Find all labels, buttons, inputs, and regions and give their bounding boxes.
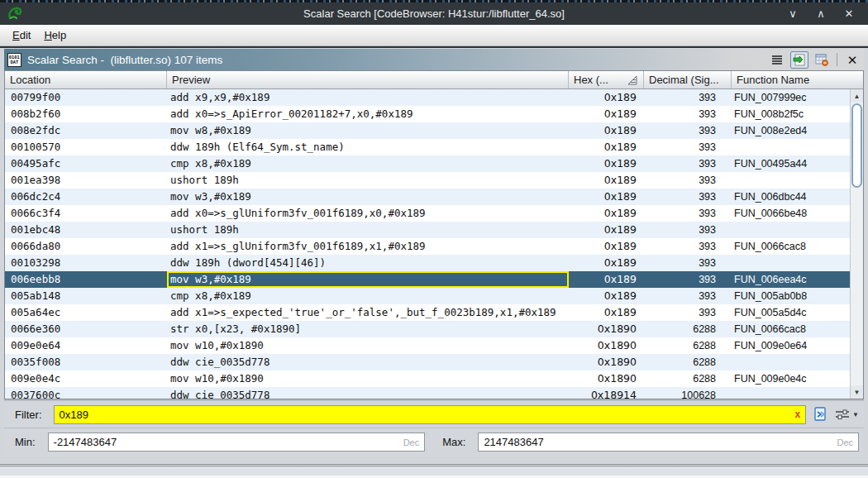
table-row[interactable]: 001ebc48 ushort 189h 0x189 393 (5, 222, 850, 238)
min-label: Min: (15, 436, 36, 448)
table-row[interactable]: 00799f00 add x9,x9,#0x189 0x189 393 FUN_… (5, 89, 850, 106)
cell-location: 001ea398 (5, 172, 167, 189)
min-input[interactable]: -2147483647 Dec (48, 433, 426, 452)
filter-input[interactable]: 0x189 x (54, 405, 807, 424)
table-row[interactable]: 006dc2c4 mov w3,#0x189 0x189 393 FUN_006… (5, 189, 850, 205)
table-row[interactable]: 001ea398 ushort 189h 0x189 393 (5, 172, 850, 189)
cell-function-name: FUN_009e0e64 (732, 337, 850, 354)
cell-function-name (732, 222, 850, 238)
cell-preview: add x1=>s_expected_'true'_or_'false',_bu… (167, 304, 569, 321)
column-header-hex[interactable]: Hex (... (569, 71, 644, 88)
table-row[interactable]: 008b2f60 add x0=>s_ApiError_00201182+7,x… (5, 106, 850, 122)
cell-preview: add x0=>s_ApiError_00201182+7,x0,#0x189 (167, 106, 569, 122)
filter-columns-icon (813, 407, 827, 422)
panel-title: Scalar Search - (libflutter.so) 107 item… (27, 54, 222, 66)
max-value: 2147483647 (484, 436, 543, 448)
menu-edit[interactable]: Edit (7, 26, 36, 44)
scalar-table: Location Preview Hex (... Decimal (Sig..… (4, 70, 864, 399)
cell-preview: add x1=>s_glUniform3fv_001f6189,x1,#0x18… (167, 238, 569, 255)
cell-preview: add x9,x9,#0x189 (167, 89, 569, 106)
maximize-button[interactable]: ∧ (813, 7, 828, 20)
table-body: 00799f00 add x9,x9,#0x189 0x189 393 FUN_… (5, 89, 850, 399)
table-row[interactable]: 00495afc cmp x8,#0x189 0x189 393 FUN_004… (5, 155, 850, 172)
cell-function-name: FUN_00495a44 (732, 155, 850, 172)
window-title: Scalar Search [CodeBrowser: H41stur:/lib… (0, 7, 868, 20)
cell-hex: 0x189 (569, 255, 644, 271)
scrollbar-track[interactable] (851, 103, 864, 385)
table-row[interactable]: 0066da80 add x1=>s_glUniform3fv_001f6189… (5, 238, 850, 255)
selection-navigation-button[interactable] (790, 51, 808, 69)
titlebar: Scalar Search [CodeBrowser: H41stur:/lib… (0, 2, 868, 25)
filter-column-options-button[interactable] (813, 407, 827, 422)
cell-location: 008e2fdc (5, 122, 167, 139)
max-input[interactable]: 2147483647 Dec (478, 433, 859, 452)
table-row[interactable]: 0037600c ddw cie_0035d778 0x18914 100628 (5, 387, 850, 399)
cell-decimal: 6288 (644, 321, 732, 337)
cell-hex: 0x189 (569, 271, 644, 288)
table-row[interactable]: 0066c3f4 add x0=>s_glUniform3fv_001f6189… (5, 205, 850, 222)
settings-dropdown-arrow: ▼ (852, 411, 859, 418)
max-radix-hint: Dec (837, 437, 853, 447)
cell-location: 005a64ec (5, 304, 167, 321)
close-window-button[interactable]: ✕ (842, 7, 856, 20)
make-selection-icon (771, 55, 783, 65)
cell-location: 0037600c (5, 387, 167, 399)
cell-hex: 0x189 (569, 189, 644, 205)
table-row[interactable]: 005ab148 cmp x8,#0x189 0x189 393 FUN_005… (5, 288, 850, 304)
cell-hex: 0x18914 (569, 387, 644, 399)
min-value: -2147483647 (54, 436, 117, 448)
cell-decimal: 393 (644, 288, 732, 304)
cell-function-name (732, 139, 850, 155)
minimize-button[interactable]: ∨ (785, 7, 800, 20)
cell-decimal: 393 (644, 106, 732, 122)
table-row[interactable]: 006eebb8 mov w3,#0x189 0x189 393 FUN_006… (5, 271, 850, 288)
cell-function-name: FUN_0066be48 (732, 205, 850, 222)
filter-row: Filter: 0x189 x ▼ (4, 399, 864, 428)
table-row[interactable]: 0035f008 ddw cie_0035d778 0x1890 6288 (5, 354, 850, 370)
cell-preview: mov w10,#0x1890 (167, 337, 569, 354)
close-panel-button[interactable]: ✕ (843, 51, 861, 69)
cell-function-name: FUN_006dbc44 (732, 189, 850, 205)
column-label: Function Name (737, 74, 809, 86)
filter-settings-button[interactable]: ▼ (835, 409, 859, 420)
cell-function-name: FUN_005a5d4c (732, 304, 850, 321)
table-body-outer: 00799f00 add x9,x9,#0x189 0x189 393 FUN_… (5, 89, 863, 399)
table-row[interactable]: 00103298 ddw 189h (dword[454][46]) 0x189… (5, 255, 850, 271)
vertical-scrollbar[interactable]: ▲ ▼ (850, 89, 863, 399)
make-selection-button[interactable] (768, 51, 786, 69)
column-header-function-name[interactable]: Function Name (732, 71, 850, 88)
column-header-location[interactable]: Location (5, 71, 167, 88)
cell-location: 008b2f60 (5, 106, 167, 122)
cell-hex: 0x189 (569, 172, 644, 189)
table-row[interactable]: 00100570 ddw 189h (Elf64_Sym.st_name) 0x… (5, 139, 850, 155)
range-row: Min: -2147483647 Dec Max: 2147483647 Dec (4, 428, 864, 456)
cell-preview: mov w3,#0x189 (167, 189, 569, 205)
navigation-arrow-icon (793, 53, 806, 66)
table-row[interactable]: 009e0e64 mov w10,#0x1890 0x1890 6288 FUN… (5, 337, 850, 354)
column-header-preview[interactable]: Preview (167, 71, 569, 88)
remove-items-button[interactable] (813, 51, 831, 69)
table-row[interactable]: 009e0e4c mov w10,#0x1890 0x1890 6288 FUN… (5, 370, 850, 387)
scroll-down-button[interactable]: ▼ (851, 385, 864, 399)
cell-hex: 0x1890 (569, 354, 644, 370)
cell-decimal: 6288 (644, 370, 732, 387)
table-row[interactable]: 008e2fdc mov w8,#0x189 0x189 393 FUN_008… (5, 122, 850, 139)
cell-decimal: 393 (644, 205, 732, 222)
cell-hex: 0x189 (569, 238, 644, 255)
cell-preview: str x0,[x23, #0x1890] (167, 321, 569, 337)
cell-hex: 0x189 (569, 122, 644, 139)
cell-location: 006dc2c4 (5, 189, 167, 205)
table-row[interactable]: 005a64ec add x1=>s_expected_'true'_or_'f… (5, 304, 850, 321)
menu-help[interactable]: Help (38, 26, 72, 44)
column-header-decimal[interactable]: Decimal (Sig... (644, 71, 732, 88)
cell-location: 009e0e64 (5, 337, 167, 354)
cell-preview: ddw 189h (dword[454][46]) (167, 255, 569, 271)
scroll-up-button[interactable]: ▲ (851, 89, 864, 103)
cell-preview: mov w10,#0x1890 (167, 370, 569, 387)
clear-filter-icon[interactable]: x (794, 409, 800, 419)
cell-hex: 0x189 (569, 304, 644, 321)
cell-preview: ddw 189h (Elf64_Sym.st_name) (167, 139, 569, 155)
cell-preview: cmp x8,#0x189 (167, 155, 569, 172)
scrollbar-thumb[interactable] (851, 103, 862, 188)
table-row[interactable]: 0066e360 str x0,[x23, #0x1890] 0x1890 62… (5, 321, 850, 337)
